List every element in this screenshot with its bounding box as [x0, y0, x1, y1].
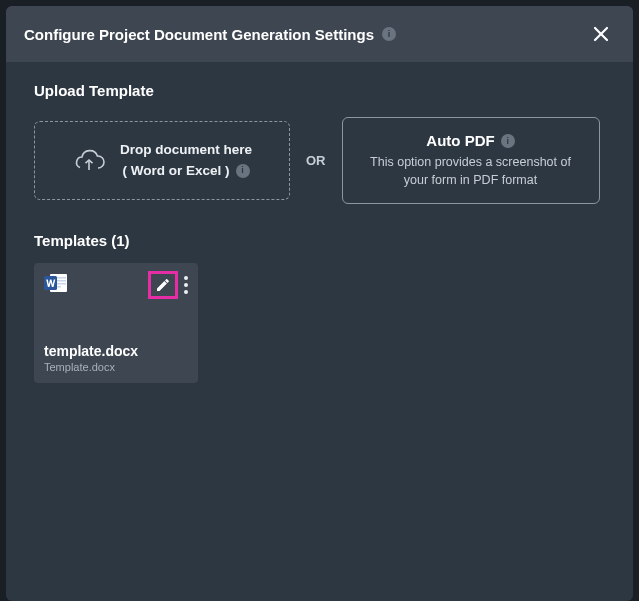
- drop-line2-row: ( Word or Excel ) i: [122, 161, 249, 181]
- kebab-dot-icon: [184, 276, 188, 280]
- drop-line1: Drop document here: [120, 140, 252, 160]
- modal-body: Upload Template Drop document here ( Wor…: [6, 62, 633, 601]
- pencil-icon: [155, 277, 171, 293]
- cloud-upload-icon: [72, 148, 106, 174]
- drop-text: Drop document here ( Word or Excel ) i: [120, 140, 252, 181]
- modal-header: Configure Project Document Generation Se…: [6, 6, 633, 62]
- edit-template-button[interactable]: [148, 271, 178, 299]
- drop-zone[interactable]: Drop document here ( Word or Excel ) i: [34, 121, 290, 200]
- upload-section-title: Upload Template: [34, 82, 605, 99]
- auto-pdf-option[interactable]: Auto PDF i This option provides a screen…: [342, 117, 600, 204]
- info-icon[interactable]: i: [236, 164, 250, 178]
- kebab-dot-icon: [184, 290, 188, 294]
- info-icon[interactable]: i: [501, 134, 515, 148]
- template-name: template.docx: [44, 343, 138, 359]
- upload-row: Drop document here ( Word or Excel ) i O…: [34, 117, 605, 204]
- auto-pdf-description: This option provides a screenshot of you…: [361, 153, 581, 189]
- svg-rect-7: [44, 276, 57, 290]
- close-icon: [591, 24, 611, 44]
- word-file-icon: [44, 273, 68, 293]
- info-icon[interactable]: i: [382, 27, 396, 41]
- settings-modal: Configure Project Document Generation Se…: [6, 6, 633, 601]
- card-footer: template.docx Template.docx: [44, 343, 138, 373]
- more-options-button[interactable]: [182, 272, 190, 298]
- modal-title-row: Configure Project Document Generation Se…: [24, 26, 396, 43]
- card-actions: [148, 271, 190, 299]
- modal-title: Configure Project Document Generation Se…: [24, 26, 374, 43]
- close-button[interactable]: [587, 20, 615, 48]
- kebab-dot-icon: [184, 283, 188, 287]
- templates-section-title: Templates (1): [34, 232, 605, 249]
- auto-pdf-title: Auto PDF: [426, 132, 494, 149]
- auto-pdf-title-row: Auto PDF i: [361, 132, 581, 149]
- template-subtitle: Template.docx: [44, 361, 138, 373]
- template-card[interactable]: template.docx Template.docx: [34, 263, 198, 383]
- or-separator: OR: [306, 153, 326, 168]
- drop-line2: ( Word or Excel ): [122, 161, 229, 181]
